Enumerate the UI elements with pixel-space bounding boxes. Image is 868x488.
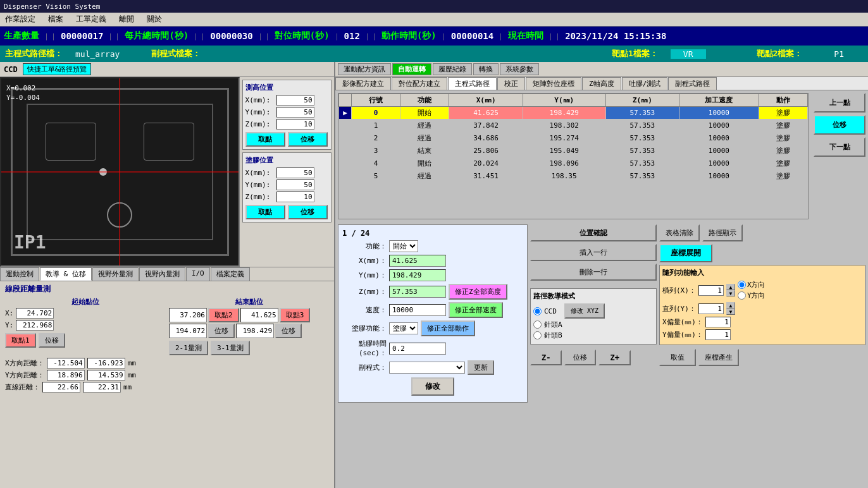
- get-value-button[interactable]: 取值: [659, 349, 696, 366]
- move-point3-button[interactable]: 位移: [275, 324, 302, 338]
- subtab-sub-path[interactable]: 副程式路徑: [668, 77, 717, 90]
- array-row-x-input[interactable]: [698, 285, 724, 296]
- tab-convert[interactable]: 轉換: [473, 63, 499, 75]
- measure-high-take-button[interactable]: 取點: [245, 132, 285, 147]
- line-dist1-input[interactable]: [42, 382, 80, 393]
- menu-item-settings[interactable]: 作業設定: [3, 13, 38, 25]
- path-show-button[interactable]: 路徑顯示: [702, 224, 743, 241]
- subtab-matrix-coord[interactable]: 矩陣對位座標: [526, 77, 581, 90]
- array-row-dn-btn[interactable]: ▼: [726, 290, 735, 296]
- ctrl-x-input[interactable]: [389, 255, 446, 267]
- move-point1-button[interactable]: 位移: [39, 333, 65, 348]
- measure-glue-z-input[interactable]: [276, 192, 314, 202]
- table-row[interactable]: ▶ 0 開始 41.625 198.429 57.353 10000 塗膠: [339, 107, 808, 119]
- subtab-dispense-test[interactable]: 吐膠/測試: [622, 77, 668, 90]
- subtab-image-recipe[interactable]: 影像配方建立: [335, 77, 391, 90]
- dist-end1-y-input[interactable]: [169, 324, 207, 338]
- measure-glue-take-button[interactable]: 取點: [245, 205, 285, 219]
- subprog-update-button[interactable]: 更新: [468, 360, 494, 375]
- ctrl-z-input[interactable]: [389, 286, 446, 298]
- radio-dir-x[interactable]: [738, 281, 746, 289]
- take-point2-button[interactable]: 取點2: [208, 308, 239, 322]
- measure-high-move-button[interactable]: 位移: [288, 132, 328, 147]
- dist-start-x-input[interactable]: [16, 308, 54, 319]
- tab-recipe-info[interactable]: 運動配方資訊: [338, 63, 391, 75]
- tab-file-define[interactable]: 檔案定義: [211, 267, 250, 281]
- y-dist1-input[interactable]: [47, 370, 85, 381]
- line-dist2-input[interactable]: [83, 382, 121, 393]
- dist-end2-x-input[interactable]: [240, 308, 278, 322]
- next-point-button[interactable]: 下一點: [814, 137, 865, 157]
- measure-high-x-input[interactable]: [276, 95, 314, 106]
- ctrl-speed-input[interactable]: [389, 304, 446, 316]
- measure-high-y-input[interactable]: [276, 107, 314, 118]
- tab-fov-inner[interactable]: 視野內量測: [139, 267, 185, 281]
- table-row[interactable]: 3 結束 25.806 195.049 57.353 10000 塗膠: [339, 145, 808, 157]
- take-point3-button[interactable]: 取點3: [280, 308, 311, 322]
- measure-glue-y-input[interactable]: [276, 180, 314, 190]
- measure-21-button[interactable]: 2-1量測: [169, 341, 208, 355]
- radio-dir-y[interactable]: [738, 291, 746, 300]
- coord-expand-button[interactable]: 座標展開: [659, 244, 712, 262]
- ccd-preview-button[interactable]: 快捷工單&路徑預覽: [23, 63, 92, 75]
- func-select[interactable]: 開始: [389, 240, 418, 252]
- dist-end2-y-input[interactable]: [236, 324, 274, 338]
- measure-31-button[interactable]: 3-1量測: [211, 341, 250, 355]
- measure-glue-move-button[interactable]: 位移: [288, 205, 328, 219]
- x-dist2-input[interactable]: [87, 358, 125, 369]
- z-minus-button[interactable]: Z-: [530, 350, 562, 365]
- dist-end1-x-input[interactable]: [169, 308, 207, 322]
- table-clear-button[interactable]: 表格清除: [659, 224, 700, 241]
- x-dist1-input[interactable]: [47, 358, 85, 369]
- sidebar-move-button[interactable]: 位移: [814, 115, 865, 135]
- measure-high-z-input[interactable]: [276, 119, 314, 130]
- mid-move-button[interactable]: 位移: [564, 350, 596, 365]
- radio-needle-a[interactable]: [533, 320, 542, 329]
- fix-speed-button[interactable]: 修正全部速度: [449, 302, 503, 318]
- table-row[interactable]: 4 開始 20.024 198.096 57.353 10000 塗膠: [339, 157, 808, 170]
- radio-needle-b[interactable]: [533, 331, 542, 339]
- tab-sys-params[interactable]: 系統參數: [500, 63, 539, 75]
- dist-start-y-input[interactable]: [16, 320, 54, 331]
- x-offset-input[interactable]: [705, 317, 731, 327]
- glue-select[interactable]: 塗膠: [389, 322, 418, 334]
- tab-auto-run[interactable]: 自動運轉: [392, 63, 431, 75]
- position-confirm-button[interactable]: 位置確認: [530, 224, 657, 241]
- y-offset-input[interactable]: [705, 329, 731, 340]
- menu-item-workorder[interactable]: 工單定義: [73, 13, 109, 25]
- tab-motion-control[interactable]: 運動控制: [0, 267, 39, 281]
- subprog-select[interactable]: [389, 362, 465, 374]
- radio-ccd[interactable]: [533, 307, 542, 315]
- delete-row-button[interactable]: 刪除一行: [530, 264, 657, 281]
- y-dist2-input[interactable]: [87, 370, 125, 381]
- menu-item-exit[interactable]: 離開: [116, 13, 137, 25]
- take-point1-button[interactable]: 取點1: [5, 333, 36, 348]
- subtab-calibrate[interactable]: 校正: [497, 77, 525, 90]
- ctrl-dottime-input[interactable]: [389, 343, 446, 355]
- subtab-align-recipe[interactable]: 對位配方建立: [392, 77, 447, 90]
- tab-history[interactable]: 履歷紀錄: [433, 63, 472, 75]
- subtab-main-path[interactable]: 主程式路徑: [448, 77, 497, 90]
- menu-item-about[interactable]: 關於: [144, 13, 164, 25]
- z-plus-button[interactable]: Z+: [598, 350, 630, 365]
- table-row[interactable]: 2 經過 34.686 195.274 57.353 10000 塗膠: [339, 132, 808, 145]
- menu-item-file[interactable]: 檔案: [46, 13, 66, 25]
- ctrl-y-input[interactable]: [389, 269, 446, 281]
- tab-io[interactable]: I/O: [186, 267, 210, 281]
- prev-point-button[interactable]: 上一點: [814, 93, 865, 113]
- array-col-dn-btn[interactable]: ▼: [726, 308, 735, 315]
- table-row[interactable]: 1 經過 37.842 198.302 57.353 10000 塗膠: [339, 119, 808, 132]
- fix-z-button[interactable]: 修正Z全部高度: [449, 284, 507, 300]
- insert-row-button[interactable]: 插入一行: [530, 244, 657, 261]
- modify-button[interactable]: 修改: [411, 377, 454, 396]
- tab-fov-outer[interactable]: 視野外量測: [92, 267, 139, 281]
- table-row[interactable]: 5 經過 31.451 198.35 57.353 10000 塗膠: [339, 170, 808, 183]
- modify-xyz-button[interactable]: 修改 XYZ: [564, 303, 605, 319]
- array-row-up-btn[interactable]: ▲: [726, 284, 735, 290]
- array-col-y-input[interactable]: [698, 303, 724, 314]
- coord-gen-button[interactable]: 座標產生: [698, 349, 739, 366]
- array-col-up-btn[interactable]: ▲: [726, 302, 735, 308]
- subtab-z-height[interactable]: Z軸高度: [582, 77, 621, 90]
- measure-glue-x-input[interactable]: [276, 168, 314, 178]
- move-point2-button[interactable]: 位移: [208, 324, 235, 338]
